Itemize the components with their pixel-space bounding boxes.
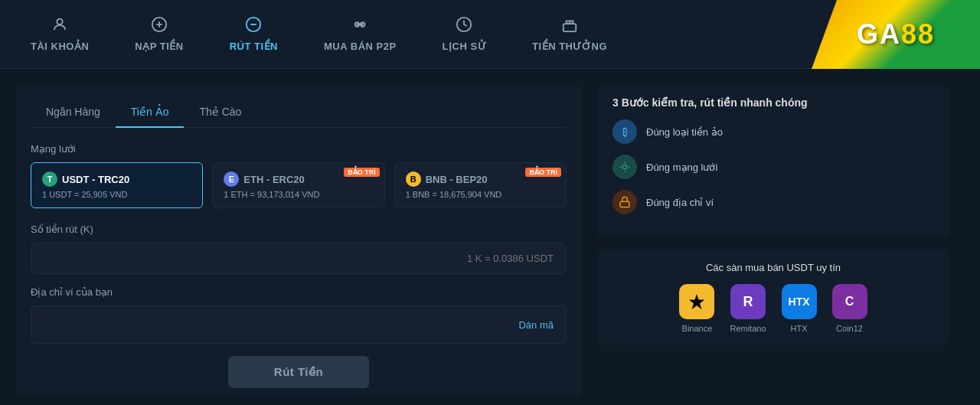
info-box: 3 Bước kiểm tra, rút tiền nhanh chóng ₿ …: [597, 84, 949, 237]
network-name-usdt: T USDT - TRC20: [42, 171, 191, 187]
step1-text: Đúng loại tiền ảo: [646, 126, 723, 138]
step2-text: Đúng mạng lưới: [646, 162, 717, 173]
address-input[interactable]: [44, 319, 518, 331]
amount-label: Số tiền rút (K): [31, 224, 567, 235]
deposit-icon: [151, 16, 168, 36]
tab-tien-ao[interactable]: Tiền Ảo: [116, 100, 185, 127]
nav-item-lich-su[interactable]: LỊCH SỬ: [420, 0, 510, 69]
logo-text: GA88: [857, 18, 935, 51]
submit-button[interactable]: Rút Tiền: [228, 356, 369, 388]
address-label: Địa chỉ ví của bạn: [31, 286, 567, 298]
amount-input-wrapper: [31, 243, 567, 274]
p2p-icon: [351, 16, 368, 36]
exchange-title: Các sàn mua bán USDT uy tín: [612, 262, 934, 273]
bnb-icon: B: [406, 171, 421, 187]
tab-bar: Ngân Hàng Tiền Ảo Thẻ Cào: [31, 100, 567, 128]
account-icon: [51, 16, 68, 36]
amount-section: Số tiền rút (K): [31, 224, 567, 274]
nav-label: NẠP TIỀN: [135, 41, 183, 52]
htx-logo: HTX: [782, 284, 817, 319]
coin12-logo: C: [832, 284, 867, 319]
network-section: Mạng lưới T USDT - TRC20 1 USDT = 25,905…: [31, 143, 567, 208]
amount-input[interactable]: [44, 253, 554, 264]
usdt-icon: T: [42, 171, 57, 187]
history-icon: [456, 16, 472, 36]
right-panel: 3 Bước kiểm tra, rút tiền nhanh chóng ₿ …: [597, 84, 949, 397]
step2-icon: [612, 155, 637, 179]
network-card-bnb[interactable]: BẢO TRÌ B BNB - BEP20 1 BNB = 18,675,904…: [394, 162, 567, 208]
exchange-binance[interactable]: Binance: [679, 284, 714, 333]
nav-item-rut-tien[interactable]: RÚT TIỀN: [207, 0, 301, 69]
step-1: ₿ Đúng loại tiền ảo: [612, 119, 934, 144]
svg-rect-9: [564, 24, 577, 31]
eth-rate: 1 ETH = 93,173,014 VND: [224, 190, 373, 199]
network-options: T USDT - TRC20 1 USDT = 25,905 VND BẢO T…: [31, 162, 567, 208]
info-title: 3 Bước kiểm tra, rút tiền nhanh chóng: [612, 96, 934, 109]
svg-point-0: [57, 19, 63, 24]
top-navigation: TÀI KHOẢN NẠP TIỀN RÚT TIỀN MUA BÁN P2P …: [0, 0, 980, 69]
tab-ngan-hang[interactable]: Ngân Hàng: [31, 100, 116, 127]
paste-button[interactable]: Dán mã: [518, 319, 554, 331]
network-label: Mạng lưới: [31, 143, 567, 155]
nav-item-mua-ban-p2p[interactable]: MUA BÁN P2P: [301, 0, 420, 69]
bnb-badge: BẢO TRÌ: [525, 168, 561, 177]
nav-label: LỊCH SỬ: [443, 41, 487, 52]
exchange-htx[interactable]: HTX HTX: [782, 284, 817, 333]
svg-marker-12: [689, 294, 704, 309]
submit-area: Rút Tiền: [31, 356, 567, 388]
coin12-name: Coin12: [836, 324, 863, 333]
exchange-remitano[interactable]: R Remitano: [730, 284, 766, 333]
svg-point-10: [622, 165, 626, 168]
nav-label: MUA BÁN P2P: [324, 41, 397, 52]
main-content: Ngân Hàng Tiền Ảo Thẻ Cào Mạng lưới T US…: [0, 69, 980, 405]
nav-item-tai-khoan[interactable]: TÀI KHOẢN: [8, 0, 112, 69]
step-2: Đúng mạng lưới: [612, 155, 934, 179]
network-card-usdt[interactable]: T USDT - TRC20 1 USDT = 25,905 VND: [31, 162, 203, 208]
network-card-eth[interactable]: BẢO TRÌ E ETH - ERC20 1 ETH = 93,173,014…: [212, 162, 384, 208]
eth-icon: E: [224, 171, 239, 187]
exchange-box: Các sàn mua bán USDT uy tín Binance R Re…: [597, 250, 949, 345]
remitano-name: Remitano: [730, 324, 766, 333]
binance-logo: [679, 284, 714, 319]
step-3: Đúng địa chỉ ví: [612, 190, 934, 214]
eth-badge: BẢO TRÌ: [344, 168, 380, 177]
nav-item-nap-tien[interactable]: NẠP TIỀN: [112, 0, 206, 69]
step3-icon: [612, 190, 637, 214]
nav-item-tien-thuong[interactable]: TIỀN THƯỞNG: [509, 0, 630, 69]
exchange-logos: Binance R Remitano HTX HTX C Coin12: [612, 284, 934, 333]
bnb-rate: 1 BNB = 18,675,904 VND: [406, 190, 555, 199]
nav-label: TÀI KHOẢN: [31, 41, 89, 52]
bonus-icon: [561, 16, 578, 36]
left-panel: Ngân Hàng Tiền Ảo Thẻ Cào Mạng lưới T US…: [15, 84, 582, 397]
nav-label: RÚT TIỀN: [230, 41, 278, 52]
exchange-coin12[interactable]: C Coin12: [832, 284, 867, 333]
tab-the-cao[interactable]: Thẻ Cào: [184, 100, 256, 127]
nav-label: TIỀN THƯỞNG: [532, 41, 607, 52]
binance-name: Binance: [682, 324, 713, 333]
remitano-logo: R: [730, 284, 766, 319]
htx-name: HTX: [791, 324, 808, 333]
logo: GA88: [812, 0, 980, 69]
usdt-rate: 1 USDT = 25,905 VND: [42, 190, 191, 199]
withdraw-icon: [245, 16, 262, 36]
address-section: Địa chỉ ví của bạn Dán mã: [31, 286, 567, 344]
address-field-wrapper: Dán mã: [31, 305, 567, 344]
step1-icon: ₿: [612, 119, 637, 144]
step3-text: Đúng địa chỉ ví: [646, 197, 714, 208]
svg-rect-11: [620, 201, 629, 207]
